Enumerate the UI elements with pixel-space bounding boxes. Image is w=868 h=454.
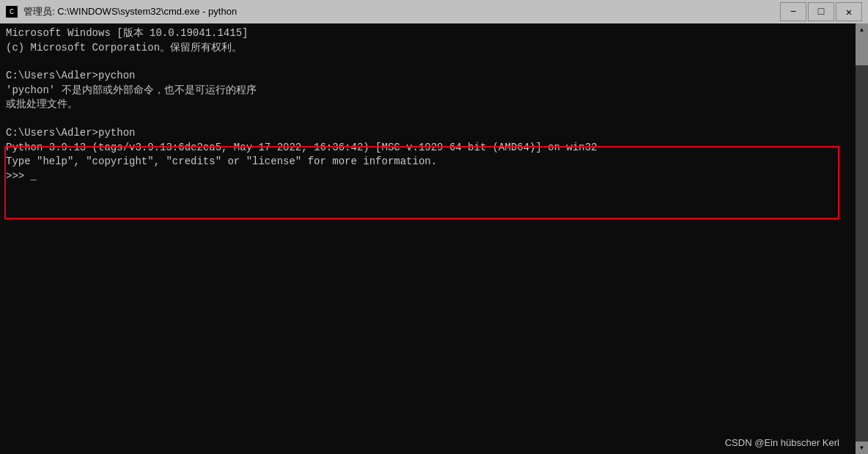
terminal-line (6, 323, 850, 337)
terminal-line (6, 197, 850, 211)
terminal-line (6, 295, 850, 309)
window-icon: C (6, 6, 18, 18)
terminal-line: (c) Microsoft Corporation。保留所有权利。 (6, 41, 850, 56)
terminal-line (6, 55, 850, 69)
maximize-button[interactable]: □ (808, 2, 834, 21)
close-button[interactable]: ✕ (836, 2, 862, 21)
scrollbar[interactable]: ▲ ▼ (856, 23, 868, 454)
terminal-line: Type "help", "copyright", "credits" or "… (6, 155, 850, 169)
terminal-line: C:\Users\Adler>python (6, 126, 850, 141)
terminal-line: C:\Users\Adler>pychon (6, 69, 850, 84)
terminal-wrapper: Microsoft Windows [版本 10.0.19041.1415](c… (0, 23, 868, 454)
scrollbar-thumb[interactable] (856, 36, 868, 65)
minimize-button[interactable]: − (780, 2, 806, 21)
window-title: 管理员: C:\WINDOWS\system32\cmd.exe - pytho… (23, 5, 774, 18)
terminal-line: Python 3.9.13 (tags/v3.9.13:6de2ca5, May… (6, 141, 850, 155)
terminal-line (6, 225, 850, 239)
terminal-area: Microsoft Windows [版本 10.0.19041.1415](c… (0, 23, 856, 454)
terminal-line (6, 239, 850, 253)
title-bar: C 管理员: C:\WINDOWS\system32\cmd.exe - pyt… (0, 0, 868, 23)
window-controls: − □ ✕ (780, 2, 862, 21)
terminal-content[interactable]: Microsoft Windows [版本 10.0.19041.1415](c… (0, 23, 856, 454)
scroll-down-button[interactable]: ▼ (856, 442, 868, 454)
scroll-up-button[interactable]: ▲ (856, 23, 868, 36)
watermark: CSDN @Ein hübscher Kerl (725, 437, 839, 448)
terminal-line: 'pychon' 不是内部或外部命令，也不是可运行的程序 (6, 84, 850, 98)
terminal-line (6, 253, 850, 267)
terminal-line: >>> _ (6, 169, 850, 184)
terminal-line: Microsoft Windows [版本 10.0.19041.1415] (6, 26, 850, 41)
terminal-line (6, 281, 850, 295)
scrollbar-track (856, 36, 868, 442)
terminal-line (6, 309, 850, 323)
terminal-line: 或批处理文件。 (6, 98, 850, 112)
terminal-line (6, 211, 850, 225)
terminal-line (6, 267, 850, 281)
terminal-line (6, 112, 850, 126)
terminal-line (6, 183, 850, 197)
